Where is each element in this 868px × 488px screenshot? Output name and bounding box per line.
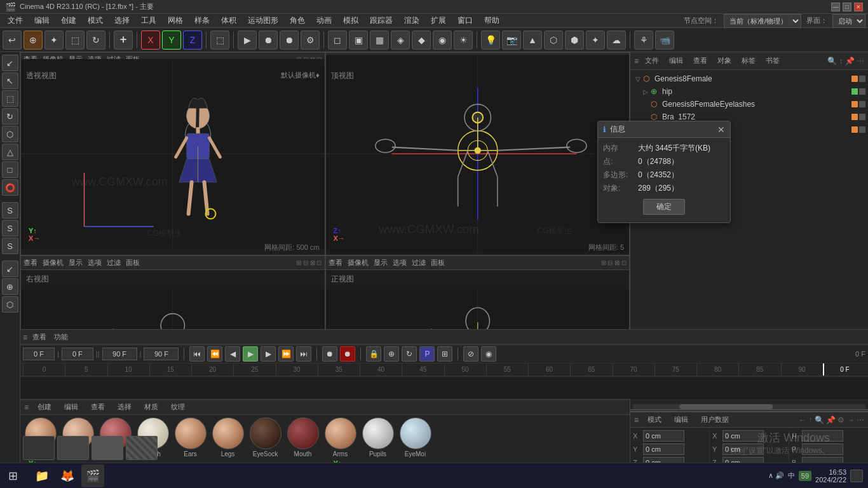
timeline-ctrl3[interactable]: ↻ [402, 346, 417, 362]
left-tool-4[interactable]: ↻ [2, 108, 18, 125]
maximize-btn[interactable]: □ [843, 3, 851, 11]
record-btn[interactable]: ⏺ [259, 30, 278, 50]
menu-character[interactable]: 角色 [285, 14, 310, 27]
tool4[interactable]: ↻ [86, 30, 105, 50]
frame-end-input[interactable] [102, 348, 137, 360]
axis-y-btn[interactable]: Y [162, 30, 181, 50]
step-forward-btn[interactable]: ▶ [261, 346, 276, 362]
render-all-btn[interactable]: ▦ [370, 30, 389, 50]
timeline-ctrl7[interactable]: ◉ [481, 346, 496, 362]
geo-btn[interactable]: ▲ [523, 30, 542, 50]
rigging-btn[interactable]: ⬢ [565, 30, 584, 50]
prev-keyframe-btn[interactable]: ⏪ [207, 346, 222, 362]
left-tool-5[interactable]: ⬡ [2, 126, 18, 142]
lights-btn[interactable]: 💡 [481, 30, 500, 50]
left-tool-10[interactable]: S [2, 220, 18, 236]
mat-prev-1[interactable] [23, 436, 55, 460]
tool3[interactable]: ⬚ [65, 30, 85, 50]
mat-material-btn[interactable]: 材质 [140, 401, 162, 413]
next-keyframe-btn[interactable]: ⏩ [278, 346, 294, 362]
extra2-btn[interactable]: 📹 [655, 30, 674, 50]
menu-simulate[interactable]: 模拟 [338, 14, 363, 27]
right-panel-scrollbar[interactable] [633, 404, 865, 409]
info-dialog-close-btn[interactable]: ✕ [717, 125, 725, 135]
taskbar-app-browser[interactable]: 🦊 [56, 464, 79, 487]
menu-animate[interactable]: 动画 [311, 14, 337, 27]
tree-item-genesis8female[interactable]: ▽ ⬡ Genesis8Female [630, 72, 868, 85]
mat-prev-3[interactable] [92, 436, 123, 460]
menu-tracker[interactable]: 跟踪器 [365, 14, 398, 27]
menu-create[interactable]: 创建 [56, 14, 81, 27]
record-stop-btn[interactable]: ⏺ [340, 346, 355, 362]
title-bar-controls[interactable]: — □ ✕ [831, 3, 863, 11]
particles-btn[interactable]: ✦ [586, 30, 605, 50]
coord-x-input[interactable] [643, 430, 684, 442]
viewport-top[interactable]: 查看 摄像机 显示 选项 过滤 面板 ⊞ ⊟ ⊠ ⊡ 顶视图 [325, 52, 630, 255]
coord-y-input[interactable] [643, 444, 684, 455]
timeline-menu-1[interactable]: 查看 [30, 332, 49, 342]
scene-object-btn[interactable]: 对象 [714, 55, 735, 67]
left-tool-2[interactable]: ↖ [2, 72, 18, 89]
timeline-ctrl1[interactable]: 🔒 [366, 346, 381, 362]
add-btn[interactable]: + [114, 30, 133, 50]
frame-current-input[interactable] [62, 348, 93, 360]
mat-prev-4[interactable] [126, 436, 158, 460]
play-to-end-btn[interactable]: ⏭ [296, 346, 311, 362]
tree-item-hip[interactable]: ▷ ⊕ hip [630, 85, 868, 98]
axis-x-btn[interactable]: X [141, 30, 160, 50]
render-vr-btn[interactable]: ◉ [433, 30, 452, 50]
timeline-ctrl5[interactable]: ⊞ [437, 346, 452, 362]
render-preview-btn[interactable]: ◈ [391, 30, 410, 50]
menu-file[interactable]: 文件 [3, 14, 28, 27]
mat-view-btn[interactable]: 查看 [87, 401, 109, 413]
play-btn[interactable]: ▶ [238, 30, 257, 50]
menu-render[interactable]: 渲染 [399, 14, 424, 27]
left-tool-12[interactable]: ↙ [2, 261, 18, 277]
left-tool-14[interactable]: ⬡ [2, 296, 18, 313]
left-tool-7[interactable]: □ [2, 161, 18, 178]
mat-create-btn[interactable]: 创建 [34, 401, 55, 413]
record2-btn[interactable]: ⏺ [280, 30, 299, 50]
attrs-mode-btn[interactable]: 模式 [644, 414, 665, 426]
mat-edit-btn[interactable]: 编辑 [60, 401, 82, 413]
menu-mograph[interactable]: 运动图形 [243, 14, 283, 27]
left-tool-11[interactable]: S [2, 238, 18, 254]
info-confirm-button[interactable]: 确定 [643, 199, 685, 215]
left-tool-8[interactable]: ⭕ [2, 179, 18, 196]
menu-volume[interactable]: 体积 [216, 14, 241, 27]
mat-select-btn[interactable]: 选择 [114, 401, 135, 413]
left-tool-3[interactable]: ⬚ [2, 90, 18, 107]
extra1-btn[interactable]: ⚘ [634, 30, 653, 50]
tool2[interactable]: ✦ [44, 30, 64, 50]
mat-texture-btn[interactable]: 纹理 [167, 401, 189, 413]
timeline-ctrl6[interactable]: ⊘ [463, 346, 478, 362]
tool1[interactable]: ⊕ [24, 30, 43, 50]
right-panel-scrollbar-thumb[interactable] [679, 404, 772, 409]
left-tool-6[interactable]: △ [2, 144, 18, 160]
frame-end2-input[interactable] [144, 348, 179, 360]
scene-view-btn[interactable]: 查看 [689, 55, 711, 67]
cam-btn[interactable]: 📷 [502, 30, 521, 50]
settings-btn[interactable]: ⚙ [301, 30, 320, 50]
render-region-btn[interactable]: ◻ [328, 30, 347, 50]
coord-x2-input[interactable] [722, 430, 764, 442]
mat-prev-2[interactable] [57, 436, 89, 460]
node-space-select[interactable]: 当前（标准/物理） [724, 14, 801, 28]
move-btn[interactable]: ⬚ [210, 30, 229, 50]
undo-btn[interactable]: ↩ [3, 30, 22, 50]
left-tool-1[interactable]: ↙ [2, 55, 18, 71]
scene-btn[interactable]: ☁ [607, 30, 626, 50]
step-back-btn[interactable]: ◀ [225, 346, 240, 362]
attrs-userdata-btn[interactable]: 用户数据 [697, 414, 733, 426]
minimize-btn[interactable]: — [831, 3, 840, 11]
menu-tools[interactable]: 工具 [136, 14, 161, 27]
menu-window[interactable]: 窗口 [452, 14, 478, 27]
taskbar-start-btn[interactable]: ⊞ [0, 463, 25, 489]
timeline-ctrl4[interactable]: P [419, 346, 435, 362]
timeline-ctrl2[interactable]: ⊕ [384, 346, 399, 362]
menu-mode[interactable]: 模式 [83, 14, 108, 27]
frame-start-input[interactable] [23, 348, 55, 360]
coord-p-input[interactable] [802, 444, 843, 455]
render-active-btn[interactable]: ▣ [349, 30, 368, 50]
scene-edit-btn[interactable]: 编辑 [665, 55, 687, 67]
